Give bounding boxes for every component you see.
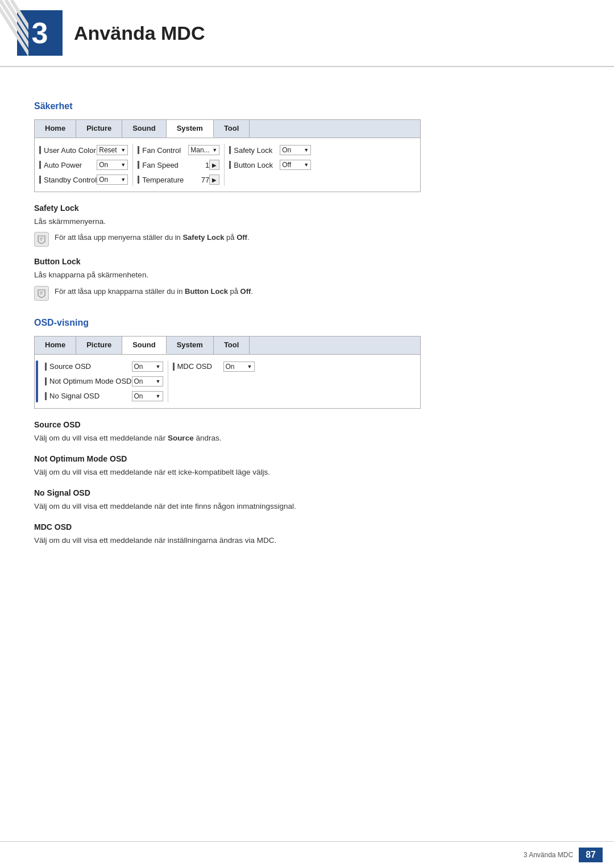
auto-power-select[interactable]: On ▼ (97, 160, 128, 170)
row-bar (138, 146, 139, 154)
button-lock-note-text: För att låsa upp knapparna ställer du in… (55, 286, 253, 297)
osd-tab-home[interactable]: Home (35, 337, 76, 354)
row-bar (138, 176, 139, 184)
user-auto-color-select[interactable]: Reset ▼ (97, 145, 128, 155)
auto-power-label: Auto Power (44, 161, 97, 169)
sakerhet-col1: User Auto Color Reset ▼ Auto Power On ▼ … (35, 142, 132, 188)
not-optimum-label: Not Optimum Mode OSD (49, 377, 132, 385)
osd-col2: MDC OSD On ▼ (168, 358, 259, 405)
safety-lock-note-box: För att låsa upp menyerna ställer du in … (34, 232, 580, 247)
row-bar (39, 146, 41, 154)
table-row: No Signal OSD On ▼ (40, 389, 168, 404)
fan-speed-value: 1 (205, 161, 209, 169)
standby-control-select[interactable]: On ▼ (97, 175, 128, 185)
osd-tab-sound[interactable]: Sound (122, 337, 166, 354)
user-auto-color-label: User Auto Color (44, 146, 97, 155)
no-signal-select[interactable]: On ▼ (132, 391, 163, 401)
table-row: MDC OSD On ▼ (168, 359, 259, 374)
table-row: Not Optimum Mode OSD On ▼ (40, 374, 168, 389)
footer-page-number: 87 (579, 848, 603, 862)
table-row: Standby Control On ▼ (35, 172, 132, 187)
tab-system[interactable]: System (167, 120, 214, 138)
row-bar (39, 176, 41, 184)
row-bar (45, 363, 47, 371)
safety-lock-heading: Safety Lock (34, 203, 580, 213)
tab-sound[interactable]: Sound (122, 120, 166, 138)
sakerhet-table-body: User Auto Color Reset ▼ Auto Power On ▼ … (35, 138, 420, 192)
table-row: Temperature 77 ▶ (133, 172, 224, 187)
button-lock-label: Button Lock (234, 161, 280, 169)
osd-accent-bar (36, 360, 38, 402)
chapter-title: Använda MDC (74, 22, 205, 44)
chapter-header: 3 Använda MDC (0, 0, 614, 67)
fan-control-label: Fan Control (142, 146, 188, 155)
osd-tabs: Home Picture Sound System Tool (35, 337, 420, 355)
row-bar (45, 377, 47, 385)
sakerhet-col2: Fan Control Man... ▼ Fan Speed 1 ▶ Tempe… (133, 142, 224, 188)
not-optimum-select[interactable]: On ▼ (132, 376, 163, 387)
osd-col1: Source OSD On ▼ Not Optimum Mode OSD On … (40, 358, 168, 405)
sakerhet-tabs: Home Picture Sound System Tool (35, 120, 420, 138)
temperature-label: Temperature (142, 176, 197, 184)
button-lock-note-box: För att låsa upp knapparna ställer du in… (34, 286, 580, 301)
fan-speed-label: Fan Speed (142, 161, 201, 169)
tab-picture[interactable]: Picture (76, 120, 122, 138)
temperature-next[interactable]: ▶ (209, 175, 219, 185)
fan-speed-next[interactable]: ▶ (209, 160, 219, 170)
table-row: Button Lock Off ▼ (225, 157, 316, 172)
row-bar (138, 161, 139, 169)
table-row: Fan Control Man... ▼ (133, 143, 224, 157)
table-row: Fan Speed 1 ▶ (133, 157, 224, 172)
safety-lock-select[interactable]: On ▼ (280, 145, 311, 155)
sakerhet-heading: Säkerhet (34, 101, 580, 111)
safety-lock-label: Safety Lock (234, 146, 280, 155)
table-row: Auto Power On ▼ (35, 157, 132, 172)
mdc-osd-desc: Välj om du vill visa ett meddelande när … (34, 535, 580, 546)
sakerhet-col3: Safety Lock On ▼ Button Lock Off ▼ (225, 142, 316, 188)
button-lock-desc: Lås knapparna på skärmenheten. (34, 269, 580, 281)
source-osd-label: Source OSD (49, 362, 132, 371)
footer-text: 3 Använda MDC (524, 851, 573, 859)
osd-tab-system[interactable]: System (167, 337, 214, 354)
table-row: Source OSD On ▼ (40, 359, 168, 374)
row-bar (39, 161, 41, 169)
tab-tool[interactable]: Tool (214, 120, 250, 138)
standby-control-label: Standby Control (44, 176, 97, 184)
row-bar (229, 146, 231, 154)
row-bar (229, 161, 231, 169)
mdc-osd-select[interactable]: On ▼ (223, 362, 255, 372)
button-lock-heading: Button Lock (34, 257, 580, 266)
not-optimum-heading: Not Optimum Mode OSD (34, 454, 580, 463)
no-signal-heading: No Signal OSD (34, 488, 580, 497)
not-optimum-desc: Välj om du vill visa ett meddelande när … (34, 467, 580, 478)
source-osd-desc: Välj om du vill visa ett meddelande när … (34, 433, 580, 444)
button-lock-select[interactable]: Off ▼ (280, 160, 311, 170)
source-osd-heading: Source OSD (34, 420, 580, 429)
osd-tab-tool[interactable]: Tool (214, 337, 250, 354)
osd-table: Home Picture Sound System Tool Source OS… (34, 336, 421, 409)
osd-heading: OSD-visning (34, 318, 580, 328)
no-signal-desc: Välj om du vill visa ett meddelande när … (34, 501, 580, 512)
main-content: Säkerhet Home Picture Sound System Tool … (0, 67, 614, 585)
safety-lock-desc: Lås skärmmenyerna. (34, 216, 580, 227)
table-row: Safety Lock On ▼ (225, 143, 316, 157)
safety-lock-note-text: För att låsa upp menyerna ställer du in … (55, 232, 250, 243)
mdc-osd-heading: MDC OSD (34, 522, 580, 531)
mdc-osd-label: MDC OSD (177, 362, 223, 371)
note-icon (34, 232, 49, 247)
diagonal-decoration (0, 0, 28, 63)
footer: 3 Använda MDC 87 (0, 841, 614, 868)
tab-home[interactable]: Home (35, 120, 76, 138)
note-icon (34, 286, 49, 301)
row-bar (173, 363, 175, 371)
sakerhet-table: Home Picture Sound System Tool User Auto… (34, 119, 421, 192)
fan-control-select[interactable]: Man... ▼ (188, 145, 219, 155)
osd-tab-picture[interactable]: Picture (76, 337, 122, 354)
no-signal-label: No Signal OSD (49, 392, 132, 400)
temperature-value: 77 (201, 176, 209, 184)
table-row: User Auto Color Reset ▼ (35, 143, 132, 157)
source-osd-select[interactable]: On ▼ (132, 362, 163, 372)
osd-table-body: Source OSD On ▼ Not Optimum Mode OSD On … (35, 355, 420, 408)
row-bar (45, 392, 47, 400)
